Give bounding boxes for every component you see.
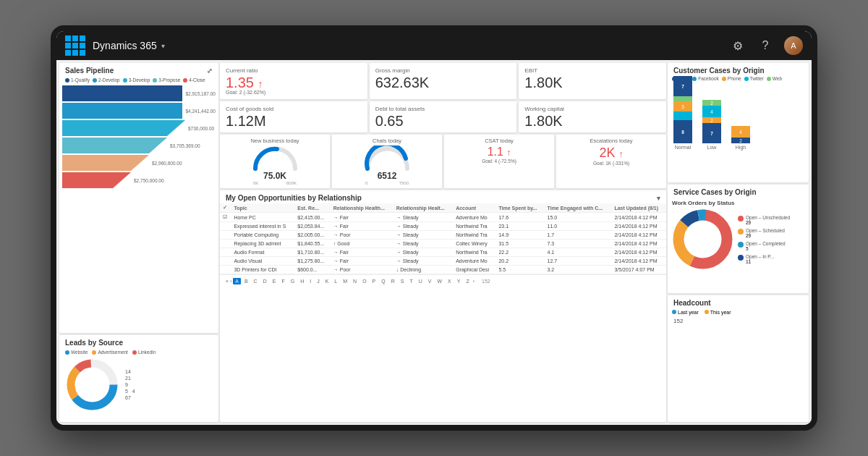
kpi-label: Current ratio xyxy=(226,67,362,74)
headcount-card: Headcount Last year This year 152 xyxy=(668,295,809,422)
col-time: Time Spent by... xyxy=(495,203,544,213)
kpi-label: EBIT xyxy=(524,67,660,74)
page-o[interactable]: O xyxy=(360,278,368,284)
gauge-csat: CSAT today 1.1 ↑ Goal: 4 (-72.5%) xyxy=(444,135,554,188)
page-l[interactable]: L xyxy=(332,278,339,284)
leads-legend: Website Advertisement LinkedIn xyxy=(59,348,218,356)
bar-normal: 8 3 7 Normal xyxy=(673,76,692,150)
work-orders-legend: Open – Unscheduled29 Open – Scheduled29 … xyxy=(738,215,790,264)
middle-column: Current ratio 1.35 ↑ Goal: 2 (-32.62%) G… xyxy=(220,63,666,422)
page-x[interactable]: X xyxy=(446,278,454,284)
bar-high: 2 4 High xyxy=(731,126,750,150)
svg-point-4 xyxy=(75,368,110,402)
gauge-value: 2K ↑ xyxy=(599,145,623,161)
col-topic: Topic xyxy=(231,203,294,213)
col-est: Est. Re... xyxy=(294,203,330,213)
gauge-chart xyxy=(364,145,411,171)
page-c[interactable]: C xyxy=(252,278,260,284)
page-s[interactable]: S xyxy=(399,278,407,284)
avatar[interactable]: A xyxy=(784,36,803,55)
nav-chevron-icon[interactable]: ▾ xyxy=(161,42,165,50)
gauge-new-business: New business today 75.0K 0K600K xyxy=(220,135,330,188)
gauge-chart xyxy=(252,145,299,171)
kpi-ebit: EBIT 1.80K xyxy=(519,63,666,99)
page-w[interactable]: W xyxy=(435,278,444,284)
kpi-gross-margin: Gross margin 632.63K xyxy=(370,63,517,99)
opportunities-table: ✓ Topic Est. Re... Relationship Health..… xyxy=(220,203,666,274)
page-i[interactable]: I xyxy=(307,278,313,284)
waffle-menu[interactable] xyxy=(65,35,85,56)
kpi-value: 632.63K xyxy=(375,75,511,90)
page-j[interactable]: J xyxy=(315,278,322,284)
page-d[interactable]: D xyxy=(261,278,269,284)
opportunities-card: My Open Opportunities by Relationship ▾ … xyxy=(220,190,666,422)
table-row: ☑ Home PC$2,415.00... → Fair→ Steady Adv… xyxy=(220,213,666,222)
service-cases-card: Service Cases by Origin Work Orders by S… xyxy=(668,185,809,293)
kpi-value: 1.12M xyxy=(226,114,362,128)
expand-icon[interactable]: ⤢ xyxy=(207,67,213,75)
expand-icon[interactable]: ▾ xyxy=(657,195,660,202)
kpi-label: Debt to total assets xyxy=(375,106,511,112)
kpi-value: 1.35 ↑ xyxy=(226,75,362,90)
help-icon[interactable]: ? xyxy=(757,37,774,54)
page-a[interactable]: A xyxy=(233,278,241,284)
page-r[interactable]: R xyxy=(389,278,397,284)
page-k[interactable]: K xyxy=(323,278,331,284)
col-updated: Last Updated (8/1) xyxy=(611,203,666,213)
page-u[interactable]: U xyxy=(417,278,425,284)
svg-point-9 xyxy=(684,221,722,258)
work-orders-area: Open – Unscheduled29 Open – Scheduled29 … xyxy=(668,207,809,271)
customer-cases-chart: 8 3 7 Normal 7 2 xyxy=(668,83,809,151)
leads-numbers: 14 21 9 5 4 67 xyxy=(125,369,135,400)
gauge-label: Escalations today xyxy=(590,138,633,144)
kpi-goal: Goal: 2 (-32.62%) xyxy=(226,90,362,95)
kpi-value: 0.65 xyxy=(375,114,511,128)
page-m[interactable]: M xyxy=(341,278,349,284)
gauge-value: 6512 xyxy=(378,171,397,181)
pipeline-legend: 1-Qualify 2-Develop 3-Develop 3-Propose … xyxy=(59,76,218,84)
headcount-legend: Last year This year xyxy=(668,308,809,316)
gauge-label: New business today xyxy=(250,138,299,144)
settings-icon[interactable]: ⚙ xyxy=(729,37,746,54)
page-b[interactable]: B xyxy=(242,278,250,284)
page-p[interactable]: P xyxy=(370,278,378,284)
col-engaged: Time Engaged with C... xyxy=(545,203,612,213)
left-column: Sales Pipeline ⤢ 1-Qualify 2-Develop 3-D… xyxy=(59,63,218,422)
work-orders-title: Work Orders by Status xyxy=(668,198,809,207)
top-navigation: Dynamics 365 ▾ ⚙ ? A xyxy=(56,31,812,60)
page-e[interactable]: E xyxy=(271,278,278,284)
kpi-row-1: Current ratio 1.35 ↑ Goal: 2 (-32.62%) G… xyxy=(220,63,666,99)
page-v[interactable]: V xyxy=(426,278,434,284)
work-orders-donut xyxy=(672,208,733,270)
kpi-current-ratio: Current ratio 1.35 ↑ Goal: 2 (-32.62%) xyxy=(220,63,367,99)
gauge-label: Chats today xyxy=(373,138,401,144)
service-cases-title: Service Cases by Origin xyxy=(673,188,757,196)
page-n[interactable]: N xyxy=(351,278,359,284)
opportunities-title: My Open Opportunities by Relationship xyxy=(226,194,362,202)
nav-icon-group: ⚙ ? A xyxy=(729,36,803,55)
page-f[interactable]: F xyxy=(279,278,286,284)
gauge-value: 1.1 ↑ xyxy=(488,145,511,159)
page-g[interactable]: G xyxy=(289,278,297,284)
table-row: Expressed interest in S$2,053.84... → Fa… xyxy=(220,222,666,231)
right-column: Customer Cases by Origin Email Facebook … xyxy=(668,63,809,422)
pagination: « ‹ A B C D E F G H I J K L M xyxy=(220,274,666,287)
table-row: Portable Computing$2,005.00... → Poor→ S… xyxy=(220,231,666,240)
page-q[interactable]: Q xyxy=(379,278,387,284)
device-frame: Dynamics 365 ▾ ⚙ ? A Sales Pipeline ⤢ xyxy=(51,25,817,431)
kpi-value: 1.80K xyxy=(524,114,660,128)
col-check: ✓ xyxy=(220,203,231,213)
kpi-working-capital: Working capital 1.80K xyxy=(519,101,666,132)
table-row: Audio Format$1,710.80... → Fair→ Steady … xyxy=(220,248,666,257)
page-h[interactable]: H xyxy=(298,278,306,284)
page-z[interactable]: Z xyxy=(464,278,471,284)
gauge-chats: Chats today 6512 07500 xyxy=(332,135,442,188)
col-account: Account xyxy=(453,203,495,213)
page-t[interactable]: T xyxy=(407,278,414,284)
kpi-value: 1.80K xyxy=(524,75,660,90)
leads-by-source-card: Leads by Source Website Advertisement Li… xyxy=(59,335,218,422)
kpi-debt: Debt to total assets 0.65 xyxy=(370,101,517,132)
page-y[interactable]: Y xyxy=(455,278,463,284)
bar-low: 7 2 4 2 Low xyxy=(702,100,721,150)
gauge-escalations: Escalations today 2K ↑ Goal: 1K (-331%) xyxy=(556,135,666,188)
